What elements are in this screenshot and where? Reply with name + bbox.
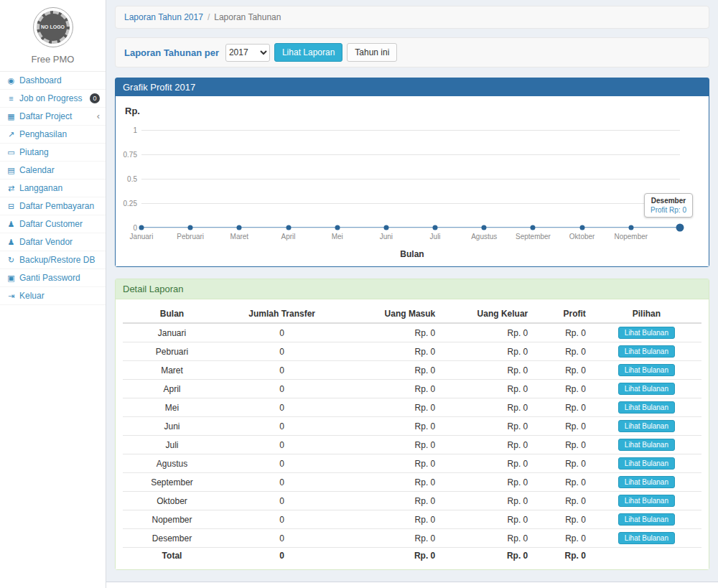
cell-pilihan: Lihat Bulanan [592,454,701,473]
lihat-bulanan-button[interactable]: Lihat Bulanan [618,345,675,358]
lihat-laporan-button[interactable]: Lihat Laporan [274,43,342,62]
lihat-bulanan-button[interactable]: Lihat Bulanan [618,457,675,470]
sidebar-item-piutang[interactable]: ▭Piutang [0,144,106,162]
y-tick-label: 1 [118,126,137,134]
sidebar-item-label: Keluar [19,291,100,301]
repeat-icon: ⇄ [6,183,17,193]
logout-icon: ⇥ [6,291,17,301]
brand-name: Free PMO [0,54,106,65]
sidebar-item-ganti-password[interactable]: ▣Ganti Password [0,269,106,287]
cell-uang-masuk: Rp. 0 [342,380,441,398]
lihat-bulanan-button[interactable]: Lihat Bulanan [618,476,675,488]
chart-icon: ↗ [6,129,17,139]
data-point-januari[interactable] [139,225,144,230]
sidebar-item-label: Penghasilan [19,129,100,139]
lihat-bulanan-button[interactable]: Lihat Bulanan [618,383,675,395]
data-point-agustus[interactable] [482,225,487,230]
chart-gridline [141,154,680,155]
table-row-juni: Juni0Rp. 0Rp. 0Rp. 0Lihat Bulanan [123,417,701,436]
data-point-juni[interactable] [383,225,388,230]
payment-icon: ⊟ [6,201,17,211]
chart-gridline [141,179,680,179]
sidebar-item-keluar[interactable]: ⇥Keluar [0,287,106,305]
data-point-april[interactable] [286,225,291,230]
data-point-juli[interactable] [433,225,438,230]
cell-uang-keluar: Rp. 0 [441,417,533,436]
lihat-bulanan-button[interactable]: Lihat Bulanan [618,532,675,544]
lihat-bulanan-button[interactable]: Lihat Bulanan [618,513,675,526]
data-point-mei[interactable] [335,225,340,230]
sidebar-item-label: Daftar Customer [19,219,100,229]
filter-label: Laporan Tahunan per [124,47,219,58]
brand-block: NO LOGO Free PMO [0,0,106,72]
x-tick-label: April [281,233,296,241]
sidebar-item-daftar-customer[interactable]: ♟Daftar Customer [0,215,106,233]
cell-profit: Rp. 0 [533,323,592,342]
breadcrumb: Laporan Tahun 2017/Laporan Tahunan [115,6,709,29]
credit-card-icon: ▭ [6,147,17,157]
data-point-oktober[interactable] [579,225,584,230]
breadcrumb-link-laporan-tahun[interactable]: Laporan Tahun 2017 [124,12,203,22]
sidebar-item-daftar-pembayaran[interactable]: ⊟Daftar Pembayaran [0,197,106,215]
column-header-uang-keluar: Uang Keluar [441,305,533,323]
lihat-bulanan-button[interactable]: Lihat Bulanan [618,327,675,339]
cell-uang-masuk: Rp. 0 [342,473,441,492]
cell-profit: Rp. 0 [533,510,592,529]
report-table-body: Januari0Rp. 0Rp. 0Rp. 0Lihat BulananPebr… [123,323,701,564]
sidebar-item-daftar-project[interactable]: ▦Daftar Project‹ [0,108,106,126]
cell-pilihan: Lihat Bulanan [592,380,701,398]
x-tick-label: Pebruari [177,233,204,241]
data-point-desember[interactable] [676,224,684,232]
cell-profit: Rp. 0 [533,380,592,398]
cell-uang-keluar: Rp. 0 [441,323,533,342]
report-filter-bar: Laporan Tahunan per 2017 Lihat Laporan T… [115,37,709,67]
x-tick-label: Juli [430,233,441,241]
cell-jumlah-transfer: 0 [221,454,342,473]
data-point-september[interactable] [531,225,536,230]
calendar-icon: ▤ [6,165,17,175]
sidebar-item-label: Daftar Project [19,111,97,121]
cell-uang-masuk: Rp. 0 [342,492,441,510]
cell-pilihan: Lihat Bulanan [592,529,701,548]
report-table-head-row: BulanJumlah TransferUang MasukUang Kelua… [123,305,701,323]
lihat-bulanan-button[interactable]: Lihat Bulanan [618,495,675,507]
sidebar-item-job-on-progress[interactable]: ≡Job on Progress0 [0,90,106,108]
profit-series-line [141,227,680,228]
cell-uang-masuk: Rp. 0 [342,361,441,380]
lihat-bulanan-button[interactable]: Lihat Bulanan [618,420,675,432]
cell-profit: Rp. 0 [533,361,592,380]
sidebar-item-langganan[interactable]: ⇄Langganan [0,179,106,197]
tahun-ini-button[interactable]: Tahun ini [347,43,397,62]
y-tick-label: 0.25 [118,200,137,207]
year-select[interactable]: 2017 [225,44,270,62]
backup-restore-icon: ↻ [6,255,17,265]
sidebar-item-dashboard[interactable]: ◉Dashboard [0,72,106,90]
data-point-pebruari[interactable] [188,225,193,230]
lihat-bulanan-button[interactable]: Lihat Bulanan [618,364,675,376]
sidebar-item-penghasilan[interactable]: ↗Penghasilan [0,126,106,144]
sidebar-item-calendar[interactable]: ▤Calendar [0,162,106,179]
sidebar-item-daftar-vendor[interactable]: ♟Daftar Vendor [0,233,106,251]
lihat-bulanan-button[interactable]: Lihat Bulanan [618,439,675,451]
table-row-maret: Maret0Rp. 0Rp. 0Rp. 0Lihat Bulanan [123,361,701,380]
cell-uang-keluar: Rp. 0 [441,492,533,510]
cell-uang-masuk: Rp. 0 [342,510,441,529]
data-point-maret[interactable] [237,225,242,230]
column-header-uang-masuk: Uang Masuk [342,305,441,323]
cell-pilihan-total [592,548,701,564]
sidebar-item-label: Daftar Pembayaran [19,201,100,211]
cell-jumlah-transfer: 0 [221,529,342,548]
cell-bulan: Agustus [123,454,221,473]
cell-uang-masuk: Rp. 0 [342,436,441,454]
chart-panel-title: Grafik Profit 2017 [116,78,709,96]
lihat-bulanan-button[interactable]: Lihat Bulanan [618,401,675,414]
cell-bulan: Oktober [123,492,221,510]
cell-jumlah-transfer: 0 [221,510,342,529]
data-point-nopember[interactable] [628,225,633,230]
x-tick-label: Juni [380,233,393,241]
sidebar-item-backup-restore-db[interactable]: ↻Backup/Restore DB [0,251,106,269]
column-header-profit: Profit [533,305,592,323]
cell-jumlah-transfer: 0 [221,492,342,510]
app-window: NO LOGO Free PMO ◉Dashboard≡Job on Progr… [0,0,718,588]
table-row-april: April0Rp. 0Rp. 0Rp. 0Lihat Bulanan [123,380,701,398]
